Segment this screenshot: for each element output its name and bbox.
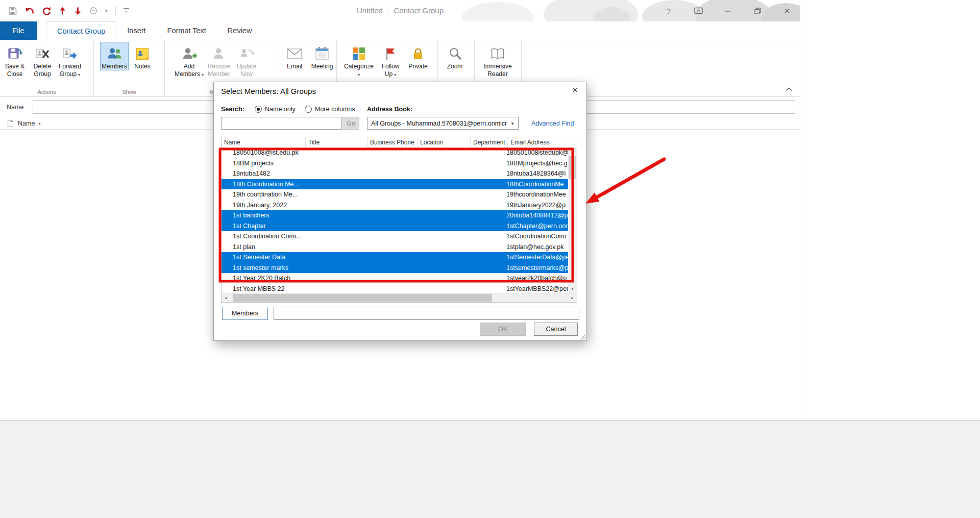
column-header-department[interactable]: Department: [471, 137, 508, 147]
ribbon-group-show: Members Notes Show: [94, 40, 165, 96]
vertical-scrollbar[interactable]: ▴ ▾: [568, 147, 577, 293]
follow-up-button[interactable]: FollowUp▾: [377, 42, 404, 79]
name-only-radio[interactable]: [255, 106, 262, 113]
toolbar-divider: [115, 6, 116, 15]
customize-quick-access-icon[interactable]: ▾: [124, 8, 129, 13]
vertical-scroll-thumb[interactable]: [569, 156, 576, 179]
remove-member-button: RemoveMember: [205, 42, 233, 79]
table-row[interactable]: 18BM projects18BMprojects@hec.g: [222, 158, 568, 169]
row-name: 1st Semester Data: [222, 254, 506, 261]
meeting-button[interactable]: Meeting: [308, 42, 336, 70]
row-email: 19thJanuary2022@p: [506, 202, 568, 209]
private-button[interactable]: Private: [404, 42, 432, 79]
table-row[interactable]: 1st Coordination Comi...1stCoordinationC…: [222, 231, 568, 242]
row-email: 20ntuba14088412@p: [506, 212, 568, 219]
members-show-button[interactable]: Members: [100, 42, 129, 70]
move-down-icon[interactable]: [74, 7, 82, 15]
scroll-right-icon[interactable]: ▸: [568, 293, 577, 302]
more-columns-radio-label[interactable]: More columns: [315, 106, 355, 113]
table-row[interactable]: 180501008@ist.edu.pk180501008istedupk@c: [222, 147, 568, 158]
ribbon-display-options-icon[interactable]: [693, 0, 703, 21]
close-window-icon[interactable]: ×: [782, 0, 792, 21]
undo-icon[interactable]: [24, 7, 34, 15]
scroll-up-icon[interactable]: ▴: [568, 147, 577, 156]
outlook-contact-group-window: ▾ ▾ Untitled - Contact Group ? × File Co…: [0, 0, 980, 518]
dialog-close-icon[interactable]: ×: [564, 82, 586, 98]
categorize-button[interactable]: Categorize▾: [341, 42, 377, 79]
chevron-down-icon[interactable]: ▾: [105, 9, 108, 13]
table-row[interactable]: 18th Coordination Me...18thCoordinationM…: [222, 179, 568, 190]
immersive-reader-button[interactable]: ImmersiveReader: [478, 42, 518, 78]
restore-icon[interactable]: [752, 0, 763, 21]
row-email: 18BMprojects@hec.g: [506, 160, 568, 167]
search-input[interactable]: [221, 117, 342, 130]
delete-group-icon: [35, 44, 50, 63]
row-email: 1stChapter@pern.onr: [506, 223, 568, 230]
members-field[interactable]: [274, 307, 579, 320]
save-close-button[interactable]: Save &Close: [1, 42, 29, 79]
sync-icon[interactable]: [89, 7, 97, 15]
row-name: 1st semester marks: [222, 264, 506, 272]
scroll-left-icon[interactable]: ◂: [222, 293, 230, 302]
email-icon: [286, 44, 303, 63]
add-members-button[interactable]: AddMembers▾: [173, 42, 205, 79]
column-header-title[interactable]: Title: [306, 137, 368, 147]
name-only-radio-label[interactable]: Name only: [265, 106, 296, 113]
column-header-business-phone[interactable]: Business Phone: [368, 137, 418, 147]
table-row[interactable]: 1st Chapter1stChapter@pern.onr: [222, 221, 568, 232]
window-edge: [800, 0, 800, 420]
table-row[interactable]: 1st plan1stplan@hec.gov.pk: [222, 242, 568, 253]
minimize-icon[interactable]: [723, 0, 733, 21]
row-name: 1st banchers: [222, 212, 506, 219]
name-field-label: Name: [7, 104, 23, 111]
search-label: Search:: [221, 106, 244, 113]
email-button[interactable]: Email: [281, 42, 308, 70]
notes-button[interactable]: Notes: [129, 42, 156, 70]
table-row[interactable]: 19th January, 202219thJanuary2022@p: [222, 200, 568, 211]
column-header-location[interactable]: Location: [418, 137, 471, 147]
tab-review[interactable]: Review: [217, 21, 263, 40]
forward-group-button[interactable]: ForwardGroup▾: [56, 42, 84, 79]
column-header-email-address[interactable]: Email Address: [508, 137, 577, 147]
collapse-ribbon-icon[interactable]: [786, 84, 792, 93]
resize-grip[interactable]: [579, 333, 585, 339]
ok-button: OK: [480, 323, 526, 336]
titlebar: ▾ ▾ Untitled - Contact Group ? ×: [0, 0, 800, 21]
table-row[interactable]: 1st Year MBBS 221stYearMBBS22@per: [222, 284, 568, 293]
row-name: 19th January, 2022: [222, 202, 506, 209]
name-column-header[interactable]: Name: [18, 120, 35, 127]
table-row[interactable]: 18ntuba148218ntuba14828364@l: [222, 168, 568, 179]
scroll-down-icon[interactable]: ▾: [568, 284, 577, 293]
more-columns-radio[interactable]: [305, 106, 312, 113]
address-book-dropdown[interactable]: All Groups - Muhammad.5708031@pern.onmic…: [367, 117, 519, 130]
horizontal-scrollbar[interactable]: ◂ ▸: [222, 293, 577, 302]
table-row[interactable]: 1st banchers20ntuba14088412@p: [222, 210, 568, 221]
advanced-find-link[interactable]: Advanced Find: [531, 120, 574, 127]
chevron-down-icon: ▾: [507, 121, 518, 126]
zoom-button[interactable]: Zoom: [441, 42, 469, 70]
tab-format-text[interactable]: Format Text: [157, 21, 217, 40]
tab-insert[interactable]: Insert: [116, 21, 156, 40]
horizontal-scroll-thumb[interactable]: [233, 294, 492, 302]
save-icon[interactable]: [8, 7, 17, 15]
immersive-reader-icon: [490, 44, 505, 63]
delete-group-button[interactable]: DeleteGroup: [29, 42, 56, 79]
row-name: 18BM projects: [222, 160, 506, 167]
members-button[interactable]: Members: [222, 307, 268, 320]
table-row[interactable]: 1st semester marks1stsemestermarks@p: [222, 263, 568, 274]
redo-icon[interactable]: [42, 7, 51, 15]
go-button: Go: [342, 117, 359, 130]
table-row[interactable]: 19th coordination Me...19thcoordinationM…: [222, 189, 568, 200]
table-header: Name Title Business Phone Location Depar…: [222, 137, 577, 147]
tab-file[interactable]: File: [0, 21, 37, 40]
cancel-button[interactable]: Cancel: [534, 323, 578, 336]
follow-up-flag-icon: [384, 44, 397, 63]
move-up-icon[interactable]: [59, 7, 66, 15]
column-header-name[interactable]: Name: [222, 137, 306, 147]
tab-contact-group[interactable]: Contact Group: [46, 21, 116, 40]
row-email: 1stSemesterData@pe: [506, 254, 568, 261]
table-row[interactable]: 1st Semester Data1stSemesterData@pe: [222, 252, 568, 263]
dropdown-chevron-icon: ▾: [78, 72, 80, 77]
help-icon[interactable]: ?: [664, 0, 674, 21]
table-row[interactable]: 1st Year 2K20 Batch1styear2k20batch@p: [222, 273, 568, 284]
